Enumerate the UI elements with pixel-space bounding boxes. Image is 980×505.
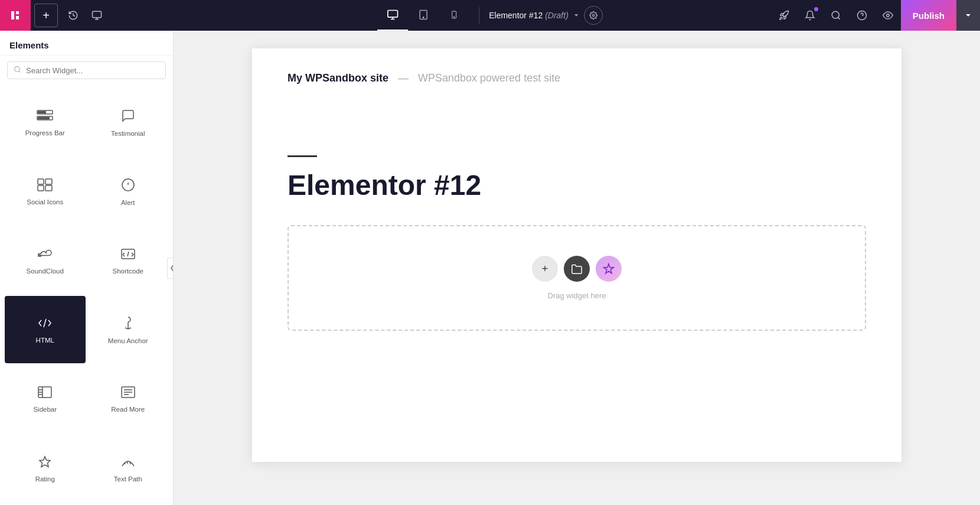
sidebar-icon <box>37 386 53 401</box>
svg-rect-1 <box>11 11 14 19</box>
widget-read-more[interactable]: Read More <box>88 366 169 432</box>
page-title-label: Elementor #12 (Draft) <box>489 11 569 20</box>
svg-point-7 <box>423 17 424 18</box>
svg-rect-4 <box>93 11 102 18</box>
widget-soundcloud[interactable]: SoundCloud <box>5 227 86 294</box>
topbar-right-section: Publish <box>771 0 980 31</box>
widget-sidebar[interactable]: Sidebar <box>5 366 86 432</box>
elements-panel: Elements <box>0 31 174 505</box>
svg-point-11 <box>832 11 839 18</box>
drop-zone-text: Drag widget here <box>548 291 606 300</box>
text-path-label: Text Path <box>114 475 142 484</box>
svg-rect-3 <box>16 16 19 19</box>
html-label: HTML <box>36 337 54 345</box>
rocket-icon-button[interactable] <box>771 0 797 31</box>
social-icons-icon <box>37 178 53 194</box>
rating-icon <box>37 455 53 471</box>
widget-testimonial[interactable]: Testimonial <box>88 89 169 155</box>
add-widget-drop-button[interactable]: + <box>532 256 558 282</box>
responsive-icon[interactable] <box>86 5 107 26</box>
progress-bar-icon <box>37 109 53 125</box>
widget-shortcode[interactable]: Shortcode <box>88 227 169 294</box>
search-input[interactable] <box>26 66 159 75</box>
site-separator: — <box>398 72 409 84</box>
svg-point-9 <box>454 17 455 17</box>
svg-point-14 <box>887 14 890 17</box>
page-divider <box>288 155 317 157</box>
drop-zone-buttons: + <box>532 256 622 282</box>
rating-label: Rating <box>35 475 55 484</box>
widget-text-path[interactable]: Text Path <box>88 435 169 501</box>
menu-anchor-icon <box>121 316 135 333</box>
menu-anchor-label: Menu Anchor <box>108 337 148 346</box>
ai-drop-button[interactable] <box>596 256 622 282</box>
canvas-area: My WPSandbox site — WPSandbox powered te… <box>174 31 980 505</box>
page-settings-button[interactable] <box>584 6 603 25</box>
publish-dropdown-button[interactable] <box>956 0 980 31</box>
canvas: My WPSandbox site — WPSandbox powered te… <box>252 48 901 462</box>
search-icon <box>14 66 21 75</box>
widget-rating[interactable]: Rating <box>5 435 86 501</box>
svg-rect-2 <box>16 11 19 14</box>
testimonial-icon <box>121 109 135 125</box>
tablet-view-button[interactable] <box>408 0 439 31</box>
desktop-view-button[interactable] <box>377 0 408 31</box>
mobile-view-button[interactable] <box>439 0 469 31</box>
svg-marker-37 <box>40 457 50 467</box>
shortcode-icon <box>120 247 136 263</box>
page-heading: Elementor #12 <box>288 169 866 201</box>
center-section: Elementor #12 (Draft) <box>377 0 603 31</box>
read-more-label: Read More <box>111 406 145 414</box>
widget-progress-bar[interactable]: Progress Bar <box>5 89 86 155</box>
topbar: + <box>0 0 980 31</box>
alert-label: Alert <box>121 199 135 207</box>
drop-zone[interactable]: + Drag widget here <box>288 225 866 331</box>
progress-bar-label: Progress Bar <box>25 129 65 138</box>
widget-html[interactable]: HTML <box>5 296 86 363</box>
widget-search-box[interactable] <box>7 61 166 79</box>
main-area: Elements <box>0 31 980 505</box>
svg-rect-21 <box>45 179 52 184</box>
svg-rect-22 <box>38 185 44 191</box>
site-header: My WPSandbox site — WPSandbox powered te… <box>288 72 866 84</box>
text-path-icon <box>120 455 136 471</box>
device-switcher <box>377 0 469 31</box>
widget-social-icons[interactable]: Social Icons <box>5 158 86 224</box>
site-name: My WPSandbox site <box>288 72 388 84</box>
site-tagline: WPSandbox powered test site <box>418 72 560 84</box>
alert-icon <box>121 178 135 194</box>
social-icons-label: Social Icons <box>27 198 63 207</box>
svg-rect-5 <box>388 11 398 18</box>
svg-rect-17 <box>38 111 46 113</box>
add-folder-drop-button[interactable] <box>564 256 590 282</box>
testimonial-label: Testimonial <box>111 130 145 138</box>
widget-menu-anchor[interactable]: Menu Anchor <box>88 296 169 363</box>
svg-point-10 <box>592 14 594 17</box>
shortcode-label: Shortcode <box>113 268 143 276</box>
panel-collapse-handle[interactable] <box>167 258 174 279</box>
help-icon-button[interactable] <box>849 0 875 31</box>
svg-rect-19 <box>38 117 50 119</box>
publish-button[interactable]: Publish <box>901 0 956 31</box>
soundcloud-label: SoundCloud <box>27 268 64 276</box>
history-icon[interactable] <box>63 5 84 26</box>
svg-rect-0 <box>7 7 24 24</box>
panel-title: Elements <box>0 31 173 56</box>
sidebar-label: Sidebar <box>33 406 57 414</box>
svg-rect-23 <box>45 185 52 191</box>
add-widget-button[interactable]: + <box>34 4 58 27</box>
widgets-grid: Progress Bar Testimonial <box>0 85 173 505</box>
divider <box>479 7 479 24</box>
title-chevron-icon[interactable] <box>573 12 579 18</box>
widget-alert[interactable]: Alert <box>88 158 169 224</box>
svg-point-15 <box>15 67 20 72</box>
svg-rect-20 <box>38 179 44 184</box>
elementor-logo-button[interactable] <box>0 0 31 31</box>
search-icon-button[interactable] <box>823 0 849 31</box>
html-icon <box>37 317 53 332</box>
preview-icon-button[interactable] <box>875 0 901 31</box>
soundcloud-icon <box>37 247 53 263</box>
notifications-icon-button[interactable] <box>797 0 823 31</box>
notification-dot <box>814 7 818 11</box>
read-more-icon <box>120 386 136 401</box>
